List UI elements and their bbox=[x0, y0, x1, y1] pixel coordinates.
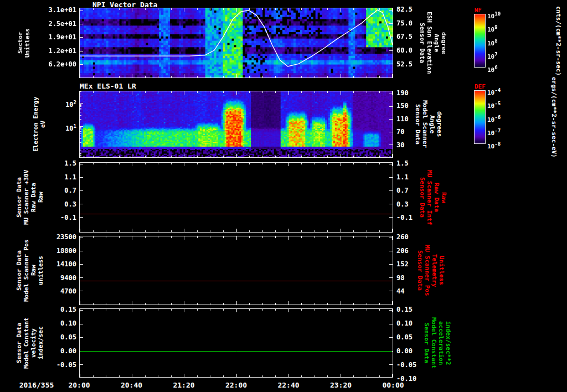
els-spectrogram-panel bbox=[79, 91, 393, 158]
colorbar-gradient bbox=[475, 91, 485, 143]
left-axis-title-line: Raw bbox=[30, 236, 37, 305]
x-tick-label: 20:00 bbox=[60, 381, 98, 389]
right-axis-title-line: MU Scanner Intf bbox=[426, 162, 433, 233]
colorbar-gradient bbox=[475, 14, 485, 67]
colorbar-tick-label: 106 bbox=[487, 64, 498, 74]
right-axis-title-line: Model Scanner bbox=[421, 91, 429, 158]
y-tick-label-left: 6.2e+00 bbox=[32, 60, 76, 68]
right-axis-title-line: degree bbox=[440, 8, 447, 78]
right-axis-title-line: Angle bbox=[433, 8, 440, 78]
colorbar-tick-label: 10-4 bbox=[487, 86, 501, 97]
right-axis-title-line: Raw Data bbox=[433, 162, 440, 233]
left-axis-title-line: Sensor Data bbox=[16, 162, 23, 233]
right-axis-title-line: MU Scanner Pos bbox=[424, 236, 431, 305]
colorbar-tick-label: 108 bbox=[487, 37, 498, 48]
left-axis-title-line: unitless bbox=[37, 236, 44, 305]
left-axis-title-line: velocity bbox=[30, 308, 37, 378]
y-tick-label-left: 3.1e+01 bbox=[32, 6, 76, 14]
right-axis-title-line: Telemetry bbox=[431, 236, 438, 305]
left-axis-title-line: Sensor Data bbox=[16, 308, 23, 378]
colorbar-unit-label: cnts/(cm**2-sr-sec) bbox=[555, 0, 562, 81]
colorbar-tick-label: 10-8 bbox=[487, 140, 501, 151]
x-tick-label: 21:20 bbox=[165, 381, 203, 389]
left-axis-title-line: MU Scanner +30V bbox=[23, 162, 30, 233]
colorbar-tick-label: 10-6 bbox=[487, 114, 501, 124]
right-axis-title-line: acceleration bbox=[437, 308, 445, 378]
colorbar-tick-label: 109 bbox=[487, 23, 498, 34]
left-axis-title-line: Raw Data bbox=[30, 162, 37, 233]
scanner-position-panel bbox=[79, 236, 393, 305]
left-axis-title-line: Unitless bbox=[24, 8, 31, 78]
aspera-quicklook-plot: NPI Vector Data MEx ELS-01 LR 3.1e+012.5… bbox=[0, 0, 567, 392]
right-axis-title-line: Sensor Data bbox=[419, 162, 426, 233]
left-axis-title-line: Sector bbox=[17, 8, 24, 78]
y-tick-label-left: 1.2e+01 bbox=[32, 47, 76, 55]
right-axis-title-line: Sensor Data bbox=[414, 91, 421, 158]
colorbar-nf bbox=[474, 14, 486, 68]
colorbar-tick-label: 10-5 bbox=[487, 100, 501, 110]
colorbar-tick-label: 107 bbox=[487, 50, 498, 61]
x-tick-label: 00:00 bbox=[374, 381, 412, 389]
right-axis-title-line: index/sec**2 bbox=[445, 308, 452, 378]
y-tick-label-left: 1.9e+01 bbox=[32, 33, 76, 41]
els-panel-title: MEx ELS-01 LR bbox=[80, 82, 136, 90]
colorbar-name: NF bbox=[475, 7, 482, 14]
els-axes-overlay bbox=[80, 91, 393, 157]
left-axis-title-line: Sensor Data bbox=[16, 236, 23, 305]
x-tick-label: 23:20 bbox=[322, 381, 360, 389]
right-axis-title-line: Sensor Data bbox=[423, 308, 430, 378]
model-constant-velocity-panel bbox=[79, 308, 393, 378]
right-axis-title-line: ESH Sun Elevation bbox=[426, 8, 433, 78]
mu-scanner-30v-line-canvas bbox=[80, 163, 393, 232]
right-axis-title-line: Unitless bbox=[438, 236, 445, 305]
x-tick-label: 22:00 bbox=[218, 381, 255, 389]
model-constant-velocity-line-canvas bbox=[80, 309, 393, 377]
right-axis-title-line: Raw bbox=[440, 162, 447, 233]
right-axis-title-line: Model Constant bbox=[430, 308, 437, 378]
x-tick-label: 22:40 bbox=[270, 381, 307, 389]
right-axis-title-line: degrees bbox=[436, 91, 443, 158]
scanner-position-line-canvas bbox=[80, 236, 393, 305]
right-axis-title-line: Sensor Data bbox=[416, 236, 424, 305]
left-axis-title-line: Model Scanner Pos bbox=[23, 236, 30, 305]
colorbar-unit-label: ergs/(cm**2-sr-sec-eV) bbox=[550, 76, 558, 158]
colorbar-tick-label: 10-7 bbox=[487, 127, 501, 137]
right-axis-title-line: Sensor Data bbox=[419, 8, 426, 78]
right-axis-title-line: Angle bbox=[429, 91, 436, 158]
left-axis-title-line: Electron Energy bbox=[32, 91, 39, 158]
left-axis-title-line: eV bbox=[39, 91, 47, 158]
x-tick-label: 20:40 bbox=[113, 381, 151, 389]
mu-scanner-30v-panel bbox=[79, 162, 393, 233]
colorbar-tick-label: 1010 bbox=[487, 10, 501, 20]
y-tick-label-left: 2.5e+01 bbox=[32, 20, 76, 28]
npi-spectrogram-panel bbox=[79, 8, 393, 78]
npi-axes-overlay bbox=[80, 8, 393, 78]
x-axis-date-label: 2016/355 bbox=[11, 381, 62, 389]
colorbar-name: DEF bbox=[475, 83, 486, 90]
left-axis-title-line: index/sec bbox=[37, 308, 44, 378]
left-axis-title-line: Raw bbox=[37, 162, 44, 233]
colorbar-def bbox=[474, 90, 486, 144]
left-axis-title-line: Model Constant bbox=[23, 308, 30, 378]
